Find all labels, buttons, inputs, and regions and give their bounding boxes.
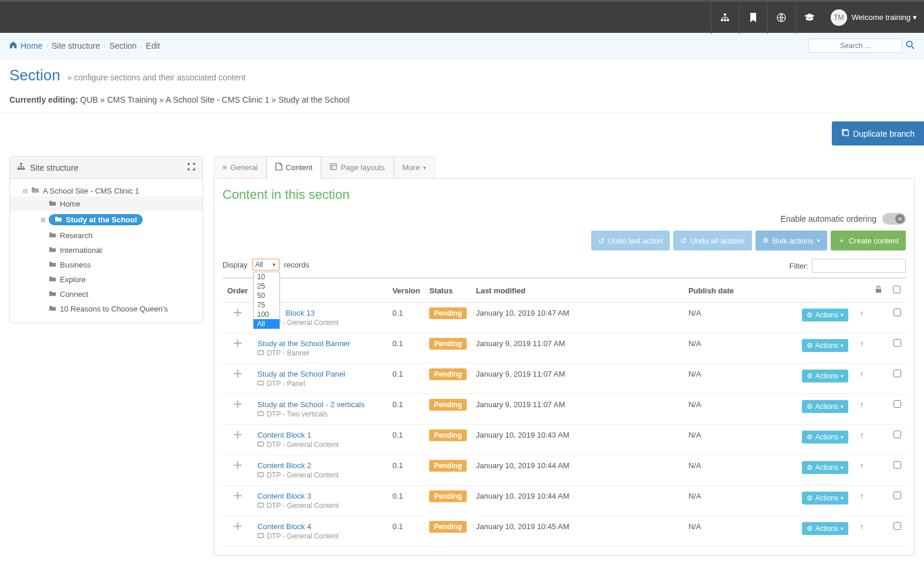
content-name-link[interactable]: Study at the School Banner <box>257 339 350 348</box>
arrow-up-icon[interactable]: ↑ <box>860 431 864 439</box>
row-checkbox[interactable] <box>893 370 901 377</box>
breadcrumb-home[interactable]: Home <box>21 41 42 50</box>
tree-item[interactable]: Business <box>10 259 203 270</box>
tree-item[interactable]: Connect <box>10 289 203 300</box>
avatar[interactable]: TM <box>831 9 847 26</box>
th-status[interactable]: Status <box>424 278 471 303</box>
checkbox-cell <box>888 425 906 455</box>
page-title: Section <box>9 66 60 84</box>
drag-handle[interactable] <box>222 394 252 425</box>
content-name-link[interactable]: Study at the School - 2 verticals <box>257 400 365 409</box>
row-checkbox[interactable] <box>893 400 901 408</box>
tree-item[interactable]: International <box>10 245 203 256</box>
row-actions-button[interactable]: ⚙Actions ▾ <box>802 522 848 535</box>
row-checkbox[interactable] <box>893 431 901 438</box>
row-actions-button[interactable]: ⚙Actions ▾ <box>802 370 848 382</box>
expand-icon[interactable]: ⊞ <box>39 216 46 223</box>
arrow-up-icon[interactable]: ↑ <box>860 461 864 470</box>
display-select[interactable]: All ▼ <box>252 259 279 270</box>
globe-icon[interactable] <box>767 1 795 34</box>
expand-icon[interactable] <box>187 162 195 172</box>
sitemap-icon[interactable] <box>711 1 739 34</box>
search-icon[interactable] <box>906 40 915 51</box>
display-option[interactable]: 75 <box>254 300 279 310</box>
breadcrumb-item[interactable]: Section <box>109 41 137 50</box>
tree-item-label: 10 Reasons to Choose Queen's <box>60 304 168 313</box>
th-actions <box>797 278 853 303</box>
row-actions-button[interactable]: ⚙Actions ▾ <box>802 431 848 443</box>
collapse-icon[interactable]: ⊟ <box>22 188 29 194</box>
lock-cell <box>871 516 888 547</box>
graduation-cap-icon[interactable] <box>795 1 824 34</box>
content-name-link[interactable]: Content Block 3 <box>257 492 311 500</box>
row-actions-button[interactable]: ⚙Actions ▾ <box>802 492 848 505</box>
tree-item-active[interactable]: Study at the School <box>49 214 143 225</box>
row-actions-button[interactable]: ⚙Actions ▾ <box>802 400 848 413</box>
ordering-toggle[interactable] <box>882 213 906 225</box>
drag-handle[interactable] <box>222 333 252 364</box>
create-content-button[interactable]: ＋ Create content <box>831 231 906 250</box>
row-checkbox[interactable] <box>893 522 901 530</box>
row-checkbox[interactable] <box>893 309 901 316</box>
file-icon <box>275 162 282 172</box>
section-body: Content in this section Enable automatic… <box>214 179 915 556</box>
th-publish-date[interactable]: Publish date <box>684 278 797 303</box>
filter-input[interactable] <box>812 259 906 273</box>
content-name-link[interactable]: Content Block 4 <box>257 522 311 531</box>
arrow-up-icon[interactable]: ↑ <box>860 309 864 317</box>
display-option[interactable]: All <box>254 319 279 329</box>
display-dropdown[interactable]: 10255075100All <box>253 272 280 329</box>
th-version[interactable]: Version <box>387 278 424 303</box>
arrow-up-icon[interactable]: ↑ <box>860 522 864 531</box>
tab-content[interactable]: Content <box>267 156 322 179</box>
select-all-checkbox[interactable] <box>893 286 901 293</box>
tree-root[interactable]: ⊟ A School Site - CMS Clinic 1 <box>10 185 203 197</box>
undo-last-button[interactable]: ↺ Undo last action <box>591 231 670 250</box>
row-checkbox[interactable] <box>893 492 901 499</box>
tree-item[interactable]: Explore <box>10 274 203 285</box>
tree-item[interactable]: ⊞Study at the School <box>10 213 203 226</box>
display-option[interactable]: 10 <box>254 272 279 282</box>
content-name-link[interactable]: Content Block 2 <box>257 461 311 470</box>
arrow-up-icon[interactable]: ↑ <box>860 339 864 348</box>
caret-down-icon: ▼ <box>272 262 276 268</box>
duplicate-branch-button[interactable]: Duplicate branch <box>832 121 924 145</box>
tree-item[interactable]: Home <box>10 198 203 209</box>
drag-handle[interactable] <box>222 486 252 516</box>
display-option[interactable]: 100 <box>254 310 279 319</box>
tab-page-layouts[interactable]: Page layouts <box>321 156 393 178</box>
arrow-up-icon[interactable]: ↑ <box>860 370 864 378</box>
breadcrumb-item[interactable]: Site structure <box>52 41 100 50</box>
row-checkbox[interactable] <box>893 461 901 469</box>
search-input[interactable] <box>808 39 902 53</box>
content-name-link[interactable]: Content Block 1 <box>257 431 311 439</box>
display-option[interactable]: 50 <box>254 291 279 300</box>
drag-handle[interactable] <box>222 364 252 394</box>
arrow-up-icon[interactable]: ↑ <box>860 492 864 500</box>
row-actions-button[interactable]: ⚙Actions ▾ <box>802 309 848 321</box>
content-name-link[interactable]: Block 13 <box>285 309 315 317</box>
svg-rect-24 <box>235 465 240 466</box>
display-option[interactable]: 25 <box>254 282 279 291</box>
tab-general[interactable]: ≡ General <box>214 156 267 178</box>
tab-more[interactable]: More ▾ <box>394 156 436 178</box>
bulk-actions-button[interactable]: ⚙ Bulk actions ▾ <box>756 231 827 250</box>
row-actions-button[interactable]: ⚙Actions ▾ <box>802 461 848 474</box>
undo-all-button[interactable]: ↺ Undo all actions <box>673 231 752 250</box>
content-name-link[interactable]: Study at the School Panel <box>257 370 345 378</box>
th-order[interactable]: Order <box>222 278 252 303</box>
caret-down-icon: ▾ <box>817 238 820 243</box>
row-actions-button[interactable]: ⚙Actions ▾ <box>802 339 848 352</box>
th-last-modified[interactable]: Last modified <box>471 278 684 303</box>
drag-handle[interactable] <box>222 425 252 455</box>
row-checkbox[interactable] <box>893 339 901 347</box>
drag-handle[interactable] <box>222 516 252 547</box>
bookmark-icon[interactable] <box>739 1 767 34</box>
tree-item[interactable]: 10 Reasons to Choose Queen's <box>10 303 203 314</box>
tree-item[interactable]: Research <box>10 230 203 241</box>
user-menu[interactable]: Welcome training ▾ <box>852 13 917 22</box>
drag-handle[interactable] <box>222 455 252 486</box>
drag-handle[interactable] <box>222 303 252 333</box>
arrow-up-icon[interactable]: ↑ <box>860 400 864 409</box>
move-up-cell: ↑ <box>853 303 871 333</box>
